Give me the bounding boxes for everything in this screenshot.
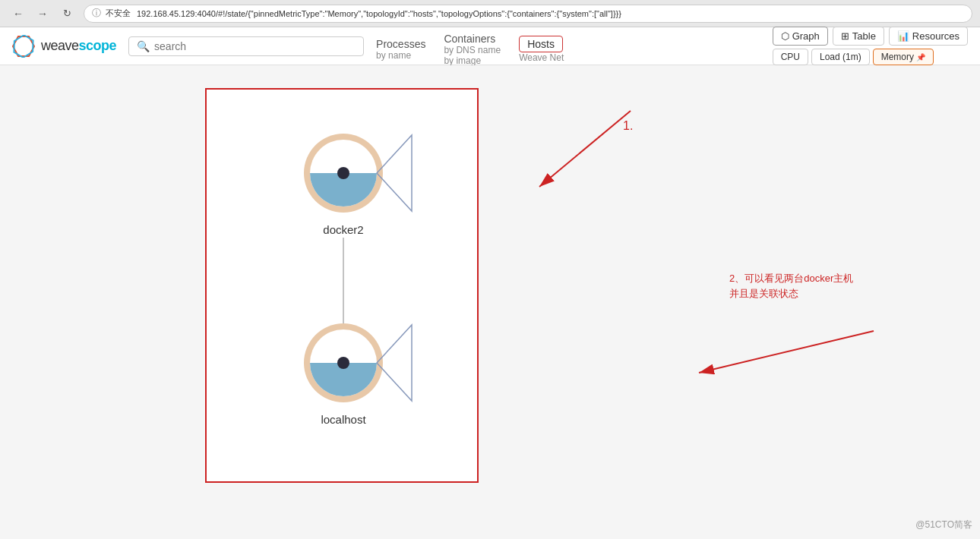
main-nav: Processes by name Containers by DNS name…: [376, 27, 760, 65]
resources-label: Resources: [912, 30, 959, 42]
logo[interactable]: weavescope: [12, 35, 116, 58]
node-center-dot: [337, 357, 349, 369]
pin-icon: 📌: [916, 53, 925, 61]
annotation-arrow-2: 2、可以看见两台docker主机 并且是关联状态: [623, 255, 927, 407]
refresh-button[interactable]: ↻: [56, 3, 77, 24]
hosts-nav: Hosts Weave Net: [519, 36, 564, 63]
graph-label: Graph: [792, 30, 820, 42]
logo-icon: [12, 35, 35, 58]
resources-view-button[interactable]: 📊 Resources: [889, 27, 968, 46]
cpu-metric-button[interactable]: CPU: [773, 49, 808, 65]
search-box[interactable]: 🔍: [128, 36, 364, 56]
hosts-label[interactable]: Hosts: [519, 36, 563, 52]
forward-button[interactable]: →: [32, 3, 53, 24]
node-center-dot: [337, 167, 349, 179]
docker2-node[interactable]: [304, 134, 412, 213]
annotation-arrow-1: 1.: [479, 88, 691, 240]
main-content: docker2 localhost: [0, 65, 980, 539]
table-label: Table: [852, 30, 876, 42]
search-icon: 🔍: [137, 40, 150, 52]
metric-buttons: CPU Load (1m) Memory 📌: [773, 49, 968, 65]
insecure-icon: ⓘ: [92, 7, 101, 20]
address-bar[interactable]: ⓘ 不安全 192.168.45.129:4040/#!/state/{"pin…: [84, 5, 972, 23]
back-button[interactable]: ←: [8, 3, 29, 24]
hosts-sub1[interactable]: Weave Net: [519, 52, 564, 63]
watermark: @51CTO简客: [915, 519, 972, 531]
annotation-2-line1: 2、可以看见两台docker主机: [729, 273, 853, 284]
annotation-2-line2: 并且是关联状态: [729, 288, 798, 299]
svg-marker-1: [12, 35, 35, 58]
processes-label[interactable]: Processes: [376, 38, 425, 50]
memory-label: Memory: [881, 52, 914, 62]
localhost-label: localhost: [321, 413, 366, 426]
load-metric-button[interactable]: Load (1m): [811, 49, 870, 65]
insecure-label: 不安全: [106, 8, 131, 19]
annotation-1-text: 1.: [623, 119, 633, 132]
svg-line-7: [699, 331, 874, 373]
svg-line-5: [539, 111, 631, 187]
resources-icon: 📊: [897, 30, 909, 42]
localhost-node[interactable]: [304, 323, 412, 402]
containers-sub2[interactable]: by image: [444, 55, 481, 66]
graph-area: docker2 localhost: [205, 88, 479, 483]
view-controls: ⬡ Graph ⊞ Table 📊 Resources CPU Load (1m…: [773, 27, 968, 65]
graph-icon: ⬡: [781, 30, 789, 42]
graph-view-button[interactable]: ⬡ Graph: [773, 27, 828, 46]
containers-label[interactable]: Containers: [444, 33, 495, 45]
browser-nav-buttons: ← → ↻: [8, 3, 77, 24]
logo-text: weavescope: [41, 38, 116, 54]
processes-nav: Processes by name: [376, 38, 425, 61]
table-icon: ⊞: [841, 30, 849, 42]
docker2-label: docker2: [323, 223, 363, 236]
topology-graph: docker2 localhost: [207, 90, 480, 484]
url-text: 192.168.45.129:4040/#!/state/{"pinnedMet…: [137, 9, 621, 18]
app-header: weavescope 🔍 Processes by name Container…: [0, 27, 980, 65]
containers-sub1[interactable]: by DNS name: [444, 45, 501, 55]
memory-metric-button[interactable]: Memory 📌: [873, 49, 934, 65]
search-input[interactable]: [154, 40, 356, 52]
containers-nav: Containers by DNS name by image: [444, 33, 501, 66]
table-view-button[interactable]: ⊞ Table: [833, 27, 884, 46]
browser-bar: ← → ↻ ⓘ 不安全 192.168.45.129:4040/#!/state…: [0, 0, 980, 27]
processes-sub1[interactable]: by name: [376, 50, 411, 61]
